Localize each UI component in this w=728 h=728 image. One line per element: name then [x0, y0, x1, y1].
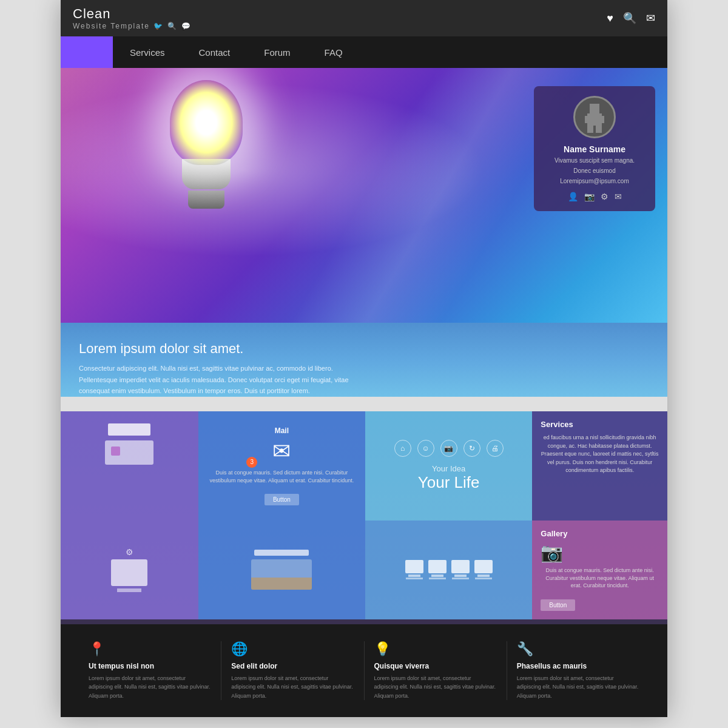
idea-text2: Your Life — [418, 473, 480, 492]
search-top-icon[interactable]: 🔍 — [623, 12, 636, 25]
idea-print-icon[interactable]: 🖨 — [487, 440, 504, 457]
mail-top-icon[interactable]: ✉ — [646, 12, 655, 25]
footer-col-1: 📍 Ut tempus nisl non Lorem ipsum dolor s… — [79, 641, 221, 700]
footer-text-1: Lorem ipsum dolor sit amet, consectetur … — [89, 674, 211, 700]
mail-envelope-icon: ✉ — [272, 439, 291, 463]
mail-badge: 3 — [246, 457, 257, 468]
site-title: Clean — [73, 6, 192, 22]
footer-col-3: 💡 Quisque viverra Lorem ipsum dolor sit … — [365, 641, 507, 700]
tile-computer1[interactable]: ⚙ — [61, 521, 198, 619]
idea-refresh-icon[interactable]: ↻ — [463, 440, 480, 457]
tiles-section: Mail ✉ 3 Duis at congue mauris. Sed dict… — [61, 411, 667, 619]
profile-line2: Donec euismod — [544, 167, 645, 175]
group-computer-2 — [428, 560, 447, 579]
group-computer-1 — [405, 560, 423, 579]
hero-bulb — [158, 80, 255, 262]
profile-mail-icon[interactable]: ✉ — [615, 192, 622, 201]
group-computer-4 — [474, 560, 493, 579]
nav-home[interactable] — [61, 36, 113, 68]
idea-person-icon[interactable]: ☺ — [417, 440, 434, 457]
twitter-icon[interactable]: 🐦 — [153, 22, 164, 30]
mail-sublabel: Duis at congue mauris. Sed dictum ante n… — [208, 469, 356, 484]
gallery-title: Gallery — [541, 529, 659, 538]
svg-rect-5 — [587, 126, 593, 133]
profile-name: Name Surname — [544, 144, 645, 154]
top-bar: Clean Website Template 🐦 🔍 💬 ♥ 🔍 ✉ — [61, 0, 667, 36]
profile-icons: 👤 📷 ⚙ ✉ — [544, 192, 645, 201]
footer-title-2: Sed elit dolor — [231, 662, 354, 670]
profile-line1: Vivamus suscipit sem magna. — [544, 157, 645, 165]
tile-printer[interactable] — [61, 411, 198, 521]
footer-text-4: Lorem ipsum dolor sit amet, consectetur … — [517, 674, 639, 700]
idea-camera-icon[interactable]: 📷 — [440, 440, 457, 457]
mail-title: Mail — [275, 426, 289, 435]
idea-icons-row: ⌂ ☺ 📷 ↻ 🖨 — [394, 440, 504, 457]
bulb-glow — [170, 80, 243, 165]
nav-contact[interactable]: Contact — [182, 36, 248, 68]
gallery-camera-icon: 📷 — [541, 542, 659, 563]
footer: 📍 Ut tempus nisl non Lorem ipsum dolor s… — [61, 624, 667, 717]
services-body: ed faucibus urna a nisl sollicitudin gra… — [541, 434, 659, 475]
footer-icon-1: 📍 — [89, 641, 211, 657]
svg-rect-4 — [599, 116, 604, 123]
footer-col-4: 🔧 Phasellus ac mauris Lorem ipsum dolor … — [507, 641, 649, 700]
footer-icon-3: 💡 — [374, 641, 497, 657]
computer1-icon: ⚙ — [126, 547, 133, 557]
footer-text-3: Lorem ipsum dolor sit amet, consectetur … — [374, 674, 497, 700]
footer-icon-4: 🔧 — [517, 641, 639, 657]
content-section: Lorem ipsum dolor sit amet. Consectetur … — [61, 323, 667, 397]
top-bar-right: ♥ 🔍 ✉ — [607, 12, 655, 25]
footer-col-2: 🌐 Sed elit dolor Lorem ipsum dolor sit a… — [221, 641, 364, 700]
tile-idea[interactable]: ⌂ ☺ 📷 ↻ 🖨 Your Idea Your Life — [365, 411, 532, 521]
svg-rect-3 — [585, 116, 590, 123]
bubble-icon[interactable]: 💬 — [181, 22, 192, 30]
computer2-bar — [254, 550, 309, 556]
tile-computers-group[interactable] — [365, 521, 532, 619]
bulb-base — [188, 190, 224, 209]
profile-email: Loremipsum@ipsum.com — [544, 177, 645, 186]
tile-services[interactable]: Services ed faucibus urna a nisl sollici… — [532, 411, 667, 521]
mail-icon-wrap: ✉ 3 — [272, 439, 291, 464]
footer-text-2: Lorem ipsum dolor sit amet, consectetur … — [231, 674, 354, 700]
footer-icon-2: 🌐 — [231, 641, 354, 657]
hero-section: Name Surname Vivamus suscipit sem magna.… — [61, 68, 667, 323]
tile-mail[interactable]: Mail ✉ 3 Duis at congue mauris. Sed dict… — [198, 411, 365, 521]
site-subtitle: Website Template 🐦 🔍 💬 — [73, 22, 192, 30]
heart-icon[interactable]: ♥ — [607, 12, 613, 25]
search-icon[interactable]: 🔍 — [167, 22, 178, 30]
footer-title-4: Phasellus ac mauris — [517, 662, 639, 670]
bottom-strip — [61, 619, 667, 624]
content-heading: Lorem ipsum dolor sit amet. — [79, 341, 649, 357]
avatar — [573, 96, 616, 138]
nav-bar: Services Contact Forum FAQ — [61, 36, 667, 68]
mail-button[interactable]: Button — [265, 494, 299, 505]
computer1-base — [117, 588, 141, 592]
content-body: Consectetur adipiscing elit. Nulla nisi … — [79, 363, 358, 397]
top-bar-left: Clean Website Template 🐦 🔍 💬 — [73, 6, 192, 30]
page-wrapper: Clean Website Template 🐦 🔍 💬 ♥ 🔍 ✉ Servi… — [61, 0, 667, 717]
computer2-screen — [251, 559, 312, 590]
nav-services[interactable]: Services — [113, 36, 182, 68]
profile-settings-icon[interactable]: ⚙ — [601, 192, 608, 201]
tile-computer2[interactable] — [198, 521, 365, 619]
gallery-sublabel: Duis at congue mauris. Sed dictum ante n… — [541, 567, 659, 590]
nav-faq[interactable]: FAQ — [308, 36, 360, 68]
idea-home-icon[interactable]: ⌂ — [394, 440, 411, 457]
profile-user-icon[interactable]: 👤 — [568, 192, 578, 201]
tile-gallery[interactable]: Gallery 📷 Duis at congue mauris. Sed dic… — [532, 521, 667, 619]
gallery-button[interactable]: Button — [541, 599, 575, 611]
nav-forum[interactable]: Forum — [247, 36, 307, 68]
svg-rect-6 — [596, 126, 602, 133]
footer-title-3: Quisque viverra — [374, 662, 497, 670]
tiles-row-1: Mail ✉ 3 Duis at congue mauris. Sed dict… — [61, 411, 667, 521]
idea-text1: Your Idea — [432, 464, 465, 473]
footer-title-1: Ut tempus nisl non — [89, 662, 211, 670]
group-computer-3 — [451, 560, 470, 579]
printer-top — [108, 423, 150, 436]
profile-card: Name Surname Vivamus suscipit sem magna.… — [534, 86, 655, 211]
svg-rect-1 — [590, 104, 599, 113]
tiles-row-2: ⚙ — [61, 521, 667, 619]
printer-body — [105, 440, 153, 465]
profile-camera-icon[interactable]: 📷 — [584, 192, 595, 201]
services-title: Services — [541, 420, 659, 429]
